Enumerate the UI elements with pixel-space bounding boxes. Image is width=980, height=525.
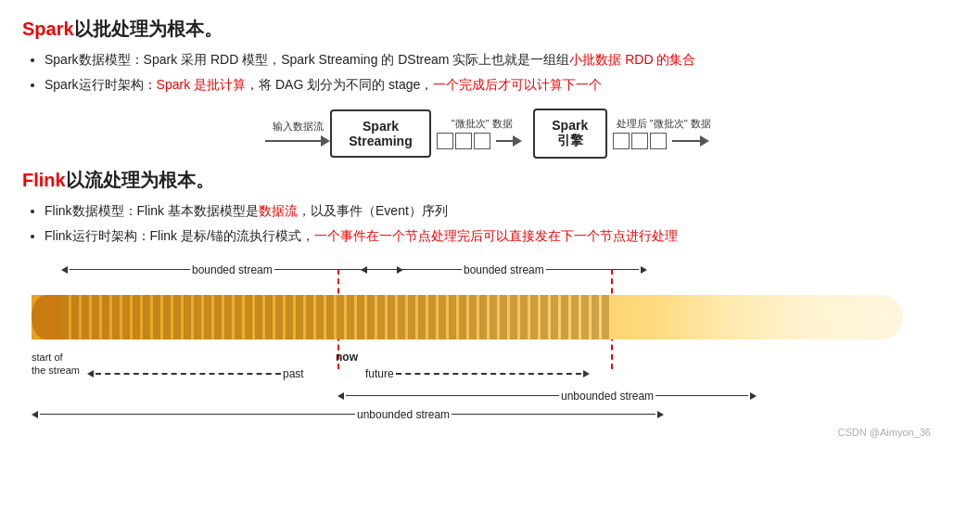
s13	[184, 295, 191, 339]
unbounded1-right-head	[750, 392, 757, 400]
spark-bullets: Spark数据模型：Spark 采用 RDD 模型，Spark Streamin…	[45, 49, 958, 96]
s33	[388, 295, 395, 339]
spark-streaming-box: SparkStreaming	[330, 109, 430, 158]
bounded2-line	[369, 269, 462, 271]
flink-section: Flink以流处理为根本。 Flink数据模型：Flink 基本数据模型是数据流…	[22, 168, 958, 438]
s21	[265, 295, 273, 339]
future-label: future	[365, 367, 394, 380]
s37	[428, 295, 436, 339]
s31	[367, 295, 375, 339]
spark-title-bold: Spark	[22, 19, 74, 39]
bounded1-line	[70, 269, 190, 271]
s41	[469, 295, 477, 339]
diag-output-arrow-line	[672, 140, 700, 142]
s9	[143, 295, 150, 339]
unbounded2-line2	[452, 414, 655, 416]
bounded1-label: bounded stream	[192, 263, 273, 276]
unbounded2-label: unbounded stream	[357, 408, 450, 421]
s5	[102, 295, 109, 339]
spark-bullet2-highlight2: 一个完成后才可以计算下一个	[433, 77, 602, 92]
flink-bullet2-prefix: Flink运行时架构：Flink 是标/锚的流执行模式，	[45, 228, 314, 243]
spark-engine-box: Spark引擎	[533, 109, 607, 159]
s53	[592, 295, 599, 339]
pipe-body	[32, 295, 903, 339]
s12	[173, 295, 181, 339]
diag-micro-batch: "微批次" 数据	[437, 117, 528, 149]
s28	[337, 295, 344, 339]
s8	[133, 295, 140, 339]
diag-input: 输入数据流	[265, 120, 330, 147]
s42	[479, 295, 487, 339]
bounded-1-arrow: bounded stream	[61, 263, 403, 276]
past-dashed-arrow: past	[87, 367, 304, 380]
now-label: now	[336, 351, 358, 364]
diag-output-label: 处理后 "微批次" 数据	[617, 117, 711, 131]
s2	[71, 295, 79, 339]
flink-title-plain: 以流处理为根本。	[66, 170, 214, 190]
future-right-head	[583, 370, 590, 378]
unbounded2-line	[40, 414, 355, 416]
s23	[286, 295, 293, 339]
s15	[204, 295, 211, 339]
flink-bullet1-suffix: ，以及事件（Event）序列	[298, 203, 448, 218]
s52	[581, 295, 589, 339]
bounded2-line2	[546, 269, 639, 271]
flink-bullet1-prefix: Flink数据模型：Flink 基本数据模型是	[45, 203, 259, 218]
past-label: past	[283, 367, 304, 380]
diag-input-arrow-line	[265, 140, 321, 142]
s49	[551, 295, 558, 339]
bounded-labels-area: bounded stream bounded stream	[32, 260, 922, 288]
start-label: start ofthe stream	[32, 351, 80, 378]
spark-section: Spark以批处理为根本。 Spark数据模型：Spark 采用 RDD 模型，…	[22, 17, 958, 159]
pipe-left-cap	[32, 295, 61, 339]
s18	[235, 295, 242, 339]
s24	[296, 295, 303, 339]
spark-title-plain: 以批处理为根本。	[74, 19, 223, 39]
unbounded1-label: unbounded stream	[561, 390, 654, 403]
bounded2-right-head	[641, 266, 647, 274]
small-box-1	[437, 133, 453, 149]
small-box-6	[650, 133, 667, 149]
diag-mid-arrow-line	[496, 140, 513, 142]
pipe-container	[32, 288, 922, 347]
diag-small-boxes-2	[613, 133, 667, 149]
spark-title: Spark以批处理为根本。	[22, 17, 958, 42]
flink-bullet-2: Flink运行时架构：Flink 是标/锚的流执行模式，一个事件在一个节点处理完…	[45, 225, 958, 246]
small-box-2	[455, 133, 472, 149]
s50	[561, 295, 568, 339]
s4	[92, 295, 99, 339]
s22	[275, 295, 283, 339]
s27	[326, 295, 334, 339]
unbounded2-right-head	[657, 411, 664, 418]
flink-bullets: Flink数据模型：Flink 基本数据模型是数据流，以及事件（Event）序列…	[45, 200, 958, 247]
s20	[255, 295, 262, 339]
diag-input-arrow	[265, 135, 330, 147]
stripe-1	[61, 295, 69, 339]
spark-bullet2-highlight1: Spark 是批计算	[157, 77, 246, 92]
unbounded1-line2	[655, 395, 748, 397]
s46	[520, 295, 528, 339]
bounded2-label: bounded stream	[464, 263, 544, 276]
bounded1-left-head	[61, 266, 68, 274]
s14	[194, 295, 201, 339]
diag-micro-batch-label: "微批次" 数据	[452, 117, 513, 131]
pipe-fade	[662, 295, 903, 339]
flink-title-bold: Flink	[22, 170, 66, 190]
watermark: CSDN @Aimyon_36	[22, 427, 931, 438]
s47	[530, 295, 538, 339]
spark-bullet2-prefix: Spark运行时架构：	[45, 77, 157, 92]
s16	[214, 295, 222, 339]
s34	[398, 295, 405, 339]
s19	[245, 295, 252, 339]
s25	[306, 295, 313, 339]
pipe-stripes	[61, 295, 655, 339]
past-dashed-line	[95, 373, 281, 375]
bottom-labels: start ofthe stream past now future	[32, 351, 922, 425]
s36	[418, 295, 426, 339]
diag-output: 处理后 "微批次" 数据	[613, 117, 715, 149]
s39	[449, 295, 456, 339]
s10	[153, 295, 160, 339]
flink-bullet1-highlight: 数据流	[259, 203, 298, 218]
s6	[112, 295, 120, 339]
past-left-head	[87, 370, 94, 378]
